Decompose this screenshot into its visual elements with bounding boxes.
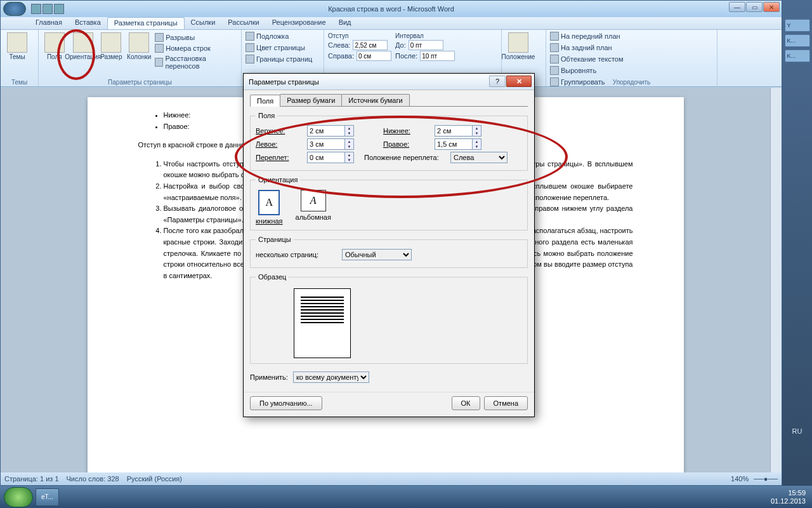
zoom-value[interactable]: 140% [731, 475, 749, 483]
taskbar: еТ... 15:59 01.12.2013 [0, 486, 812, 508]
orientation-landscape[interactable]: A альбомная [296, 190, 331, 225]
gutter-pos-label: Положение переплета: [364, 154, 447, 161]
zoom-slider[interactable]: ──●── [754, 475, 778, 483]
dialog-tabs: Поля Размер бумаги Источник бумаги [250, 94, 528, 107]
save-icon[interactable] [31, 4, 41, 14]
orientation-fieldset: Ориентация A книжная A альбомная [250, 176, 528, 231]
page-color-button[interactable]: Цвет страницы [244, 43, 321, 53]
os-sidebar: Y K... K... RU [782, 0, 812, 486]
spinner-arrows[interactable]: ▲▼ [345, 125, 354, 137]
tab-insert[interactable]: Вставка [69, 17, 107, 29]
dialog-title-bar[interactable]: Параметры страницы ? ✕ [244, 74, 534, 90]
vertical-scrollbar[interactable] [770, 88, 782, 472]
side-item[interactable]: Y [785, 19, 810, 32]
status-lang[interactable]: Русский (Россия) [127, 475, 182, 483]
group-label: Упорядочить [546, 79, 717, 86]
tab-home[interactable]: Главная [29, 17, 69, 29]
themes-icon [7, 32, 27, 53]
side-item[interactable]: K... [785, 50, 810, 62]
columns-button[interactable]: Колонки [126, 31, 152, 85]
title-bar: Красная строка в word - Microsoft Word —… [1, 1, 782, 17]
borders-icon [246, 55, 254, 64]
window-title: Красная строка в word - Microsoft Word [328, 5, 454, 13]
orientation-label: альбомная [296, 213, 331, 221]
group-themes: Темы Темы [1, 30, 39, 86]
dialog-title: Параметры страницы [249, 78, 319, 86]
spacing-after-input[interactable] [420, 51, 455, 61]
breaks-button[interactable]: Разрывы [154, 32, 239, 43]
spinner-arrows[interactable]: ▲▼ [473, 125, 481, 137]
redo-icon[interactable] [54, 4, 64, 14]
hyphen-icon [155, 58, 163, 67]
hyphenation-button[interactable]: Расстановка переносов [154, 54, 239, 70]
back-icon [550, 43, 559, 52]
office-button[interactable] [3, 2, 26, 16]
orientation-label: книжная [256, 217, 283, 225]
top-input[interactable] [307, 125, 345, 137]
indent-left-label: Слева: [328, 41, 350, 49]
minimize-button[interactable]: — [729, 2, 745, 12]
size-button[interactable]: Размер [98, 31, 125, 85]
gutter-pos-select[interactable]: Слева [450, 152, 508, 163]
tray[interactable]: 15:59 01.12.2013 [771, 489, 808, 504]
maximize-button[interactable]: ▭ [746, 2, 763, 12]
tab-references[interactable]: Ссылки [185, 17, 222, 29]
cancel-button[interactable]: Отмена [484, 396, 528, 410]
taskbar-item[interactable]: еТ... [36, 488, 59, 506]
gutter-input[interactable] [307, 152, 345, 163]
spacing-before-input[interactable] [409, 40, 443, 50]
indent-left-input[interactable] [353, 40, 388, 50]
indent-right-label: Справа: [328, 52, 354, 60]
position-icon [508, 32, 528, 53]
quick-access-toolbar [29, 4, 64, 14]
spacing-after-label: После: [395, 52, 417, 60]
pages-select[interactable]: Обычный [342, 249, 412, 260]
dialog-help-button[interactable]: ? [489, 76, 506, 87]
themes-button[interactable]: Темы [3, 31, 31, 85]
tab-page-layout[interactable]: Разметка страницы [107, 17, 185, 29]
ok-button[interactable]: ОК [452, 396, 480, 410]
dlg-tab-paper[interactable]: Размер бумаги [280, 94, 342, 106]
dlg-tab-margins[interactable]: Поля [250, 95, 280, 107]
columns-icon [129, 32, 149, 53]
wrap-text-button[interactable]: Обтекание текстом [549, 54, 625, 64]
indent-right-input[interactable] [357, 51, 391, 61]
start-button[interactable] [4, 487, 33, 507]
left-label: Левое: [256, 140, 303, 148]
dialog-close-button[interactable]: ✕ [506, 76, 532, 87]
portrait-icon: A [258, 190, 280, 215]
bring-front-button[interactable]: На передний план [549, 31, 625, 41]
status-words: Число слов: 328 [67, 475, 119, 483]
watermark-button[interactable]: Подложка [244, 31, 321, 41]
spinner-arrows[interactable]: ▲▼ [345, 152, 354, 163]
page-borders-button[interactable]: Границы страниц [244, 54, 321, 64]
send-back-button[interactable]: На задний план [549, 43, 625, 53]
orientation-portrait[interactable]: A книжная [256, 190, 283, 225]
apply-select[interactable]: ко всему документу [293, 371, 369, 383]
front-icon [550, 32, 559, 41]
right-input[interactable] [435, 138, 473, 150]
bottom-input[interactable] [435, 125, 473, 137]
fieldset-legend: Ориентация [256, 176, 300, 184]
preview-icon [294, 288, 351, 358]
close-button[interactable]: ✕ [763, 2, 780, 12]
default-button[interactable]: По умолчанию... [250, 396, 322, 410]
align-button[interactable]: Выровнять [549, 65, 625, 76]
tab-view[interactable]: Вид [332, 17, 358, 29]
spinner-arrows[interactable]: ▲▼ [345, 138, 354, 150]
spinner-arrows[interactable]: ▲▼ [473, 138, 481, 150]
gutter-label: Переплет: [256, 154, 303, 161]
tab-review[interactable]: Рецензирование [266, 17, 332, 29]
page-setup-dialog: Параметры страницы ? ✕ Поля Размер бумаг… [243, 73, 535, 417]
dlg-tab-source[interactable]: Источник бумаги [341, 94, 409, 106]
status-bar: Страница: 1 из 1 Число слов: 328 Русский… [1, 472, 782, 485]
line-numbers-button[interactable]: Номера строк [154, 43, 239, 53]
status-page: Страница: 1 из 1 [4, 475, 59, 483]
spacing-before-label: До: [395, 41, 406, 49]
tab-mailings[interactable]: Рассылки [221, 17, 265, 29]
side-item[interactable]: K... [785, 34, 810, 47]
side-lang: RU [792, 427, 802, 435]
group-label: Темы [1, 79, 38, 86]
left-input[interactable] [307, 138, 345, 150]
undo-icon[interactable] [43, 4, 53, 14]
